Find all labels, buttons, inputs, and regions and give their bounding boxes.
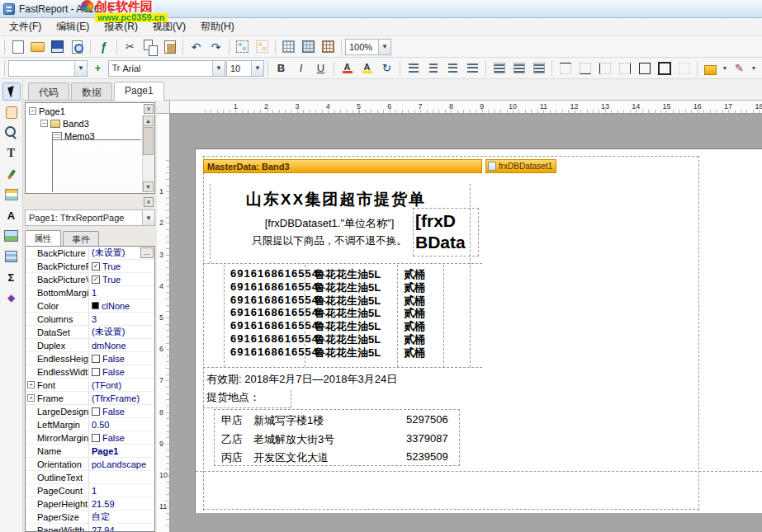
frame-outer-button[interactable] — [655, 59, 674, 78]
tab-代码[interactable]: 代码 — [28, 82, 69, 100]
property-row[interactable]: NamePage1 — [26, 445, 154, 458]
property-value[interactable]: False — [89, 352, 154, 365]
valign-top-button[interactable] — [490, 59, 509, 78]
align-center-button[interactable] — [424, 59, 443, 78]
property-row[interactable]: BottomMargir1 — [26, 286, 154, 299]
font-name-combobox[interactable]: Tr Arial ▼ — [108, 60, 225, 77]
menu-item[interactable]: 文件(F) — [2, 17, 49, 36]
frame-all-button[interactable] — [635, 59, 654, 78]
band-header[interactable]: MasterData: Band3 — [203, 159, 482, 173]
text-object-tool[interactable] — [2, 206, 21, 224]
frame-bottom-button[interactable] — [575, 59, 594, 78]
property-row[interactable]: PageCount1 — [26, 484, 154, 497]
align-justify-button[interactable] — [463, 59, 482, 78]
property-value[interactable]: (未设置) — [89, 326, 154, 338]
show-grid-button[interactable] — [279, 38, 298, 56]
property-row[interactable]: LeftMargin0.50 — [26, 418, 154, 431]
property-value[interactable]: 3 — [89, 313, 154, 325]
store-row-memo[interactable]: 甲店新城写字楼1楼5297506 — [215, 410, 459, 429]
property-row[interactable]: ColorclNone — [26, 299, 154, 313]
toolbar-grip[interactable] — [2, 61, 5, 76]
hand-tool[interactable] — [2, 103, 21, 121]
inspector-tab-属性[interactable]: 属性 — [25, 230, 61, 247]
tree-scrollbar[interactable]: ▲ ▼ — [142, 115, 154, 192]
frame-color-dropdown-icon[interactable]: ▼ — [750, 59, 758, 78]
property-value[interactable]: 1 — [89, 484, 154, 497]
paste-button[interactable] — [160, 38, 179, 56]
bold-button[interactable]: B — [272, 59, 291, 78]
property-row[interactable]: EndlessWidtlFalse — [26, 365, 154, 379]
redo-button[interactable] — [206, 38, 225, 56]
ellipsis-button[interactable]: … — [140, 247, 154, 258]
frame-left-button[interactable] — [595, 59, 614, 78]
zoom-combobox[interactable]: 100% ▼ — [345, 39, 391, 55]
group-button[interactable] — [233, 38, 252, 56]
open-button[interactable] — [28, 38, 47, 56]
frame-style-button[interactable] — [759, 59, 762, 78]
text-rotation-button[interactable] — [377, 59, 396, 78]
zoom-tool[interactable] — [2, 124, 21, 142]
property-value[interactable]: (TFont) — [89, 379, 154, 391]
checkbox[interactable]: ✓ — [92, 262, 100, 271]
product-row-memo[interactable]: 6916168616554鲁花花生油5L贰桶 — [196, 267, 493, 280]
property-value[interactable]: ✓True — [89, 273, 154, 285]
tree-item[interactable]: −Page1 — [27, 105, 141, 117]
property-value[interactable]: poLandscape — [89, 458, 154, 470]
property-value[interactable]: 1 — [89, 286, 154, 299]
property-value[interactable]: 0.50 — [89, 418, 154, 431]
inspector-tab-事件[interactable]: 事件 — [63, 231, 99, 246]
report-page[interactable]: MasterData: Band3 frxDBDataset1 山东 — [195, 148, 762, 513]
preview-button[interactable] — [68, 38, 87, 56]
insert-field-button[interactable] — [88, 59, 107, 78]
property-row[interactable]: BackPicture(未设置)… — [26, 247, 154, 260]
valign-middle-button[interactable] — [509, 59, 528, 78]
overflow-memo[interactable]: [frxD BData — [413, 208, 479, 257]
frame-right-button[interactable] — [615, 59, 634, 78]
db-object-tool[interactable] — [2, 247, 21, 266]
property-row[interactable]: DataSet(未设置) — [26, 326, 154, 339]
undo-button[interactable] — [187, 38, 206, 56]
property-row[interactable]: MirrorMargin:False — [26, 431, 154, 445]
store-row-memo[interactable]: 丙店开发区文化大道5239509 — [215, 447, 459, 466]
valign-bottom-button[interactable] — [529, 59, 548, 78]
frame-none-button[interactable] — [674, 59, 693, 78]
cut-button[interactable] — [121, 38, 140, 56]
product-row-memo[interactable]: 6916168616554鲁花花生油5L贰桶 — [196, 280, 493, 294]
property-value[interactable]: 21.59 — [89, 497, 154, 510]
font-name-dropdown-icon[interactable]: ▼ — [212, 61, 225, 76]
property-row[interactable]: LargeDesignFFalse — [26, 405, 154, 418]
stores-table[interactable]: 甲店新城写字楼1楼5297506乙店老城解放大街3号3379087丙店开发区文化… — [214, 409, 460, 466]
design-canvas[interactable]: MasterData: Band3 frxDBDataset1 山东 — [170, 114, 762, 532]
product-row-memo[interactable]: 6916168616554鲁花花生油5L贰桶 — [196, 294, 493, 307]
property-value[interactable]: False — [89, 365, 154, 378]
save-button[interactable] — [48, 38, 67, 56]
object-selector-dropdown-icon[interactable]: ▼ — [142, 210, 154, 225]
system-text-tool[interactable] — [2, 268, 21, 286]
style-dropdown-icon[interactable]: ▼ — [74, 61, 87, 76]
checkbox[interactable] — [92, 355, 100, 363]
checkbox[interactable] — [92, 434, 100, 442]
style-combobox[interactable]: ▼ — [8, 60, 88, 77]
format-painter-tool[interactable] — [2, 165, 21, 183]
property-row[interactable]: BackPictureVi✓True — [26, 273, 154, 286]
store-row-memo[interactable]: 乙店老城解放大街3号3379087 — [215, 429, 459, 448]
validity-memo[interactable]: 有效期: 2018年2月7日—2018年3月24日 — [206, 372, 397, 387]
shape-object-tool[interactable] — [2, 289, 21, 307]
pickup-label-memo[interactable]: 提货地点： — [206, 390, 260, 405]
property-value[interactable]: ✓True — [89, 260, 154, 272]
insert-band-tool[interactable] — [2, 186, 21, 204]
product-row-memo[interactable]: 6916168616554鲁花花生油5L贰桶 — [196, 332, 493, 346]
fit-to-grid-button[interactable] — [319, 38, 338, 56]
scroll-up-icon[interactable]: ▲ — [143, 115, 154, 126]
frame-color-button[interactable] — [730, 59, 749, 78]
property-row[interactable]: DuplexdmNone — [26, 339, 154, 352]
product-row-memo[interactable]: 6916168616554鲁花花生油5L贰桶 — [196, 306, 493, 319]
tree-expander-icon[interactable]: − — [29, 107, 36, 115]
product-row-memo[interactable]: 6916168616554鲁花花生油5L贰桶 — [196, 346, 493, 359]
ungroup-button[interactable] — [253, 38, 272, 56]
zoom-dropdown-icon[interactable]: ▼ — [378, 40, 390, 54]
expand-icon[interactable]: + — [27, 381, 35, 388]
property-row[interactable]: EndlessHeighFalse — [26, 352, 154, 365]
property-value[interactable]: False — [89, 431, 154, 444]
property-value[interactable]: dmNone — [89, 339, 154, 351]
